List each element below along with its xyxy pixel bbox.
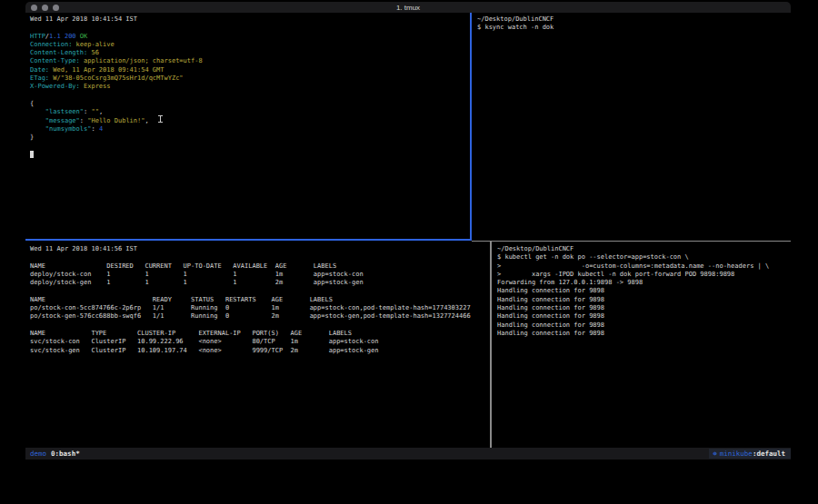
status-left: demo 0:bash* <box>25 450 80 458</box>
terminal-line: ETag: W/"38-05coCsrg3mQ75sHr1d/qcMTwYZc" <box>30 74 470 83</box>
pane-ksync-watch[interactable]: ~/Desktop/DublinCNCF$ ksync watch -n dok <box>472 13 791 239</box>
terminal-line: po/stock-con-5cc874766c-2p6rp 1/1 Runnin… <box>30 304 490 312</box>
terminal-line: deploy/stock-con 1 1 1 1 1m app=stock-co… <box>30 271 490 279</box>
pane-kubectl-get[interactable]: Wed 11 Apr 2018 10:41:56 IST NAME DESIRE… <box>25 242 490 448</box>
terminal-line <box>30 151 470 159</box>
text-cursor-pointer-icon <box>158 115 163 124</box>
kubernetes-icon: ☸ <box>713 450 717 458</box>
terminal-line: Handling connection for 9898 <box>497 287 791 295</box>
terminal-line: Forwarding from 127.0.0.1:9898 -> 9898 <box>497 279 791 287</box>
terminal-line: Handling connection for 9898 <box>497 296 791 304</box>
terminal-line <box>30 142 470 150</box>
terminal-line: Content-Length: 56 <box>30 49 470 57</box>
terminal-line: Handling connection for 9898 <box>497 312 791 321</box>
terminal-window: 1. tmux Wed 11 Apr 2018 10:41:54 IST HTT… <box>25 2 791 461</box>
terminal-line <box>30 92 470 100</box>
terminal-line: Connection: keep-alive <box>30 41 470 49</box>
pane-http-response[interactable]: Wed 11 Apr 2018 10:41:54 IST HTTP/1.1 20… <box>25 13 470 239</box>
terminal-line: > xargs -IPOD kubectl -n dok port-forwar… <box>497 271 791 279</box>
pane-divider-horizontal-right[interactable] <box>472 241 791 242</box>
kube-namespace: :default <box>753 450 785 458</box>
screen: 1. tmux Wed 11 Apr 2018 10:41:54 IST HTT… <box>0 0 818 504</box>
terminal-line <box>30 287 490 295</box>
terminal-line: ~/Desktop/DublinCNCF <box>497 245 791 253</box>
close-button[interactable] <box>31 5 37 11</box>
terminal-line: svc/stock-gen ClusterIP 10.109.197.74 <n… <box>30 347 490 355</box>
terminal-line: "lastseen": "", <box>30 108 470 116</box>
terminal-line: Handling connection for 9898 <box>497 330 791 338</box>
terminal-line: Wed 11 Apr 2018 10:41:56 IST <box>30 245 490 253</box>
terminal-line: Content-Type: application/json; charset=… <box>30 57 470 65</box>
terminal-line: NAME READY STATUS RESTARTS AGE LABELS <box>30 296 490 304</box>
pane-divider-horizontal-left[interactable] <box>25 239 472 241</box>
terminal-line: } <box>30 133 470 142</box>
pane-divider-vertical-bottom[interactable] <box>490 242 492 448</box>
terminal-line: Date: Wed, 11 Apr 2018 09:41:54 GMT <box>30 66 470 74</box>
terminal-line: Wed 11 Apr 2018 10:41:54 IST <box>30 15 470 24</box>
terminal-line: deploy/stock-gen 1 1 1 1 2m app=stock-ge… <box>30 279 490 287</box>
zoom-button[interactable] <box>53 5 59 11</box>
terminal-line <box>30 24 470 32</box>
terminal-line: $ kubectl get -n dok po --selector=app=s… <box>497 253 791 262</box>
terminal-line: Handling connection for 9898 <box>497 321 791 330</box>
terminal-line: $ ksync watch -n dok <box>477 24 791 32</box>
terminal-line: "message": "Hello Dublin!", <box>30 117 470 125</box>
pane-divider-vertical-top[interactable] <box>470 13 472 240</box>
window-tab-0-bash[interactable]: 0:bash* <box>51 450 80 458</box>
terminal-line: > -o=custom-columns=:metadata.name --no-… <box>497 262 791 271</box>
window-title: 1. tmux <box>25 4 791 12</box>
terminal-line: Handling connection for 9898 <box>497 304 791 312</box>
terminal-line: X-Powered-By: Express <box>30 83 470 91</box>
session-name: demo <box>30 450 46 458</box>
pane-port-forward[interactable]: ~/Desktop/DublinCNCF$ kubectl get -n dok… <box>492 242 791 448</box>
terminal-line: "numsymbols": 4 <box>30 125 470 133</box>
terminal-line: ~/Desktop/DublinCNCF <box>477 15 791 24</box>
terminal-line: HTTP/1.1 200 OK <box>30 33 470 41</box>
terminal-line: NAME TYPE CLUSTER-IP EXTERNAL-IP PORT(S)… <box>30 330 490 338</box>
minimize-button[interactable] <box>42 5 48 11</box>
terminal-line: NAME DESIRED CURRENT UP-TO-DATE AVAILABL… <box>30 262 490 271</box>
tmux-status-bar: demo 0:bash* ☸ minikube :default <box>25 448 791 460</box>
terminal-line: svc/stock-con ClusterIP 10.99.222.96 <no… <box>30 338 490 346</box>
kube-context: minikube <box>720 450 753 458</box>
terminal-line: { <box>30 100 470 108</box>
terminal-line <box>30 253 490 262</box>
status-right: ☸ minikube :default <box>709 449 791 459</box>
title-bar[interactable]: 1. tmux <box>25 2 791 13</box>
traffic-lights <box>31 5 59 11</box>
terminal-line <box>30 321 490 330</box>
terminal-line: po/stock-gen-576cc688bb-swqf6 1/1 Runnin… <box>30 312 490 321</box>
